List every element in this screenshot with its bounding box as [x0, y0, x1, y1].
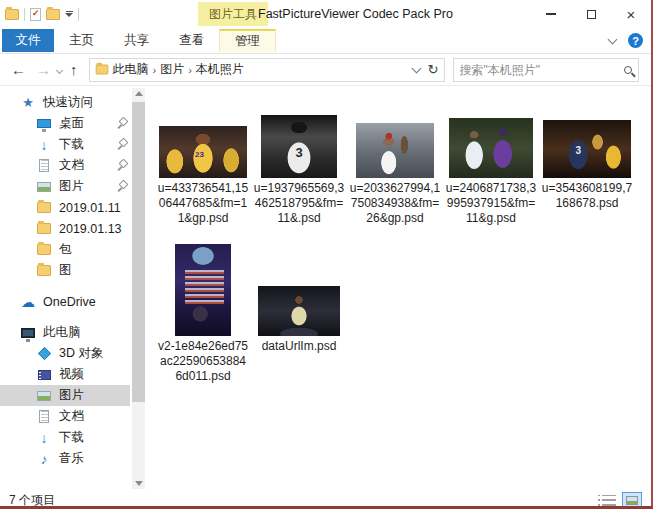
- scroll-down-icon[interactable]: [135, 481, 143, 486]
- sidebar-item-documents[interactable]: 文档: [0, 155, 148, 176]
- ribbon-tab-bar: 文件 主页 共享 查看 管理 ?: [0, 28, 651, 54]
- address-dropdown-icon[interactable]: [411, 63, 421, 73]
- tab-share[interactable]: 共享: [109, 29, 164, 52]
- sidebar-label: 音乐: [59, 450, 84, 467]
- folder-icon: [37, 265, 51, 276]
- breadcrumb-current-folder[interactable]: 本机照片: [196, 61, 244, 78]
- pin-icon: [118, 139, 128, 150]
- folder-icon: [37, 223, 51, 234]
- tab-home[interactable]: 主页: [54, 29, 109, 52]
- file-name: dataUrlIm.psd: [253, 339, 345, 354]
- desktop-icon: [37, 119, 51, 128]
- sidebar-item-pictures[interactable]: 图片: [0, 176, 148, 197]
- title-bar: 图片工具 FastPictureViewer Codec Pack Pro ×: [0, 0, 651, 28]
- sidebar-item-documents-pc[interactable]: 文档: [0, 406, 148, 427]
- pin-icon: [118, 160, 128, 171]
- sidebar-item-folder-bao[interactable]: 包: [0, 239, 148, 260]
- jersey-number: 3: [295, 144, 302, 159]
- cloud-icon: ☁: [20, 294, 36, 310]
- file-thumbnail[interactable]: [449, 118, 533, 178]
- sidebar-item-downloads-pc[interactable]: ↓ 下载: [0, 427, 148, 448]
- breadcrumb-separator[interactable]: ›: [153, 64, 157, 76]
- file-item[interactable]: 3 u=3543608199,7168678.psd: [540, 104, 634, 226]
- breadcrumb-this-pc[interactable]: 此电脑: [113, 61, 149, 78]
- window-folder-icon: [5, 9, 19, 20]
- document-icon: [39, 410, 49, 423]
- up-button[interactable]: ↑: [70, 61, 78, 78]
- sidebar-label: 此电脑: [43, 324, 81, 341]
- navigation-bar: ← → ↑ 此电脑 › 图片 › 本机照片 ↻: [0, 54, 651, 86]
- cube-icon: [37, 347, 50, 360]
- file-thumbnail[interactable]: 3: [261, 115, 337, 178]
- breadcrumb-separator[interactable]: ›: [188, 64, 192, 76]
- sidebar-label: 包: [59, 241, 72, 258]
- file-item[interactable]: u=2033627994,1750834938&fm=26&gp.psd: [348, 104, 442, 226]
- tab-view[interactable]: 查看: [164, 29, 219, 52]
- file-item[interactable]: u=2406871738,3995937915&fm=11&g.psd: [444, 104, 538, 226]
- sidebar-label: 3D 对象: [59, 345, 103, 362]
- sidebar-item-pictures-selected[interactable]: 图片: [0, 385, 130, 406]
- back-button[interactable]: ←: [11, 61, 26, 78]
- search-icon[interactable]: [624, 66, 632, 74]
- file-thumbnail[interactable]: [175, 244, 231, 336]
- status-bar: 7 个项目: [0, 491, 651, 509]
- sidebar-item-folder-2019-01-11[interactable]: 2019.01.11: [0, 197, 148, 218]
- scrollbar-thumb[interactable]: [132, 102, 145, 402]
- sidebar-item-folder-tu[interactable]: 图: [0, 260, 148, 281]
- properties-icon[interactable]: [30, 8, 41, 21]
- file-item[interactable]: 3 u=1937965569,3462518795&fm=11&.psd: [252, 104, 346, 226]
- file-name: u=433736541,1506447685&fm=11&gp.psd: [157, 181, 249, 226]
- sidebar-scrollbar[interactable]: [132, 88, 145, 489]
- address-bar[interactable]: 此电脑 › 图片 › 本机照片 ↻: [89, 58, 445, 82]
- tab-manage[interactable]: 管理: [219, 29, 276, 52]
- minimize-ribbon-icon[interactable]: [608, 34, 618, 44]
- sidebar-label: 视频: [59, 366, 84, 383]
- file-thumbnail[interactable]: [356, 123, 434, 178]
- sidebar-item-desktop[interactable]: 桌面: [0, 113, 148, 134]
- picture-icon: [37, 391, 51, 401]
- sidebar-item-this-pc[interactable]: 此电脑: [0, 322, 148, 343]
- sidebar-item-3d-objects[interactable]: 3D 对象: [0, 343, 148, 364]
- file-item[interactable]: 23 u=433736541,1506447685&fm=11&gp.psd: [156, 104, 250, 226]
- sidebar-item-videos[interactable]: 视频: [0, 364, 148, 385]
- search-input[interactable]: [460, 63, 624, 77]
- sidebar-item-onedrive[interactable]: ☁ OneDrive: [0, 291, 148, 312]
- sidebar-label: 图片: [59, 387, 84, 404]
- minimize-icon: [546, 13, 556, 15]
- recent-locations-icon[interactable]: [56, 67, 63, 74]
- file-item[interactable]: dataUrlIm.psd: [252, 240, 346, 384]
- picture-icon: [37, 182, 51, 192]
- separator: [78, 8, 79, 21]
- customize-toolbar-icon[interactable]: [65, 11, 73, 18]
- sidebar-label: 文档: [59, 157, 84, 174]
- pin-icon: [118, 118, 128, 129]
- refresh-icon[interactable]: ↻: [428, 62, 439, 77]
- search-box[interactable]: [453, 58, 639, 82]
- file-thumbnail[interactable]: [258, 286, 340, 336]
- sidebar-item-folder-2019-01-13[interactable]: 2019.01.13: [0, 218, 148, 239]
- maximize-button[interactable]: [571, 0, 611, 28]
- new-folder-icon[interactable]: [46, 9, 60, 20]
- sidebar-label: 桌面: [59, 115, 84, 132]
- tab-file[interactable]: 文件: [2, 29, 54, 52]
- thumbnail-view-icon[interactable]: [622, 492, 642, 508]
- breadcrumb-pictures[interactable]: 图片: [160, 61, 184, 78]
- scroll-up-icon[interactable]: [135, 91, 143, 96]
- help-icon[interactable]: ?: [628, 33, 643, 48]
- file-thumbnail[interactable]: 3: [543, 120, 631, 178]
- window-title: FastPictureViewer Codec Pack Pro: [258, 7, 453, 21]
- download-icon: ↓: [36, 137, 52, 153]
- sidebar-item-quick-access[interactable]: ★ 快速访问: [0, 92, 148, 113]
- file-item[interactable]: v2-1e84e26ed75ac225906538846d011.psd: [156, 240, 250, 384]
- explorer-window: 图片工具 FastPictureViewer Codec Pack Pro × …: [0, 0, 653, 509]
- sidebar-item-downloads[interactable]: ↓ 下载: [0, 134, 148, 155]
- minimize-button[interactable]: [531, 0, 571, 28]
- details-view-icon[interactable]: [602, 495, 616, 506]
- sidebar-label: 2019.01.11: [59, 201, 121, 215]
- sidebar-label: 下载: [59, 136, 84, 153]
- file-thumbnail[interactable]: 23: [159, 126, 247, 178]
- forward-button[interactable]: →: [36, 61, 51, 78]
- sidebar-item-music[interactable]: ♪ 音乐: [0, 448, 148, 469]
- file-name: u=2406871738,3995937915&fm=11&g.psd: [445, 181, 537, 226]
- close-button[interactable]: ×: [611, 0, 651, 28]
